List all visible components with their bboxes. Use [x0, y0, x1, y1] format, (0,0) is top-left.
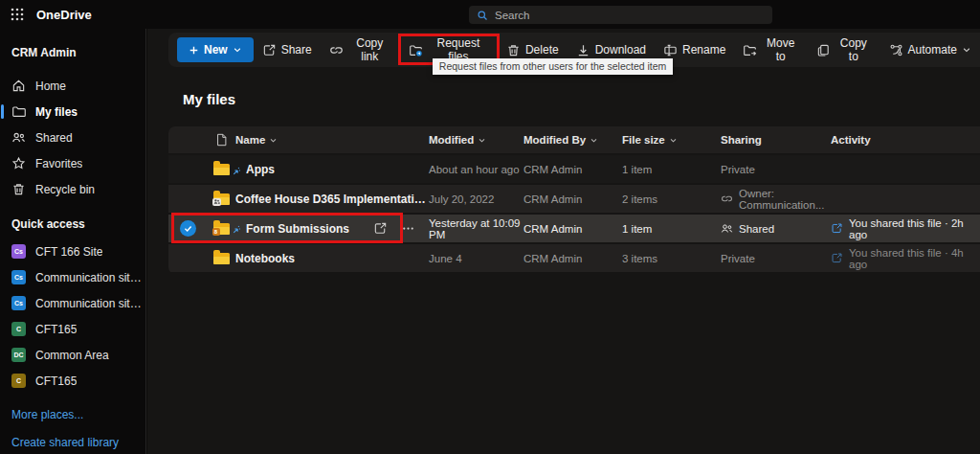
new-item-indicator-icon: [232, 225, 240, 234]
quick-access-label: Communication site - Opp...: [35, 297, 145, 310]
name-cell[interactable]: Notebooks: [235, 252, 429, 265]
site-badge-icon: Cs: [11, 296, 26, 310]
new-button-label: New: [204, 43, 228, 57]
selected-check-icon[interactable]: [180, 220, 196, 237]
toolbar-button-move-to[interactable]: Move to: [734, 33, 808, 67]
site-badge-icon: C: [11, 322, 26, 336]
sidebar-item-label: Recycle bin: [35, 183, 95, 196]
activity-text: You shared this file · 4h ago: [849, 247, 980, 270]
toolbar-button-copy-to[interactable]: Copy to: [808, 33, 880, 67]
column-header-activity: Activity: [831, 134, 980, 146]
file-size-cell: 1 item: [622, 223, 721, 235]
tooltip: Request files from other users for the s…: [433, 58, 674, 75]
table-row-form-submissions[interactable]: 8Form SubmissionsYesterday at 10:09 PMCR…: [168, 215, 980, 242]
sidebar-link-create-shared-library[interactable]: Create shared library: [11, 436, 119, 449]
sidebar-user-name: CRM Admin: [11, 46, 145, 59]
quick-access-item-cft165[interactable]: CCFT165: [0, 316, 145, 342]
share-icon: [262, 43, 277, 57]
sidebar-item-label: My files: [35, 105, 78, 119]
trash-icon: [11, 182, 26, 196]
download-icon: [576, 43, 590, 57]
file-name[interactable]: Notebooks: [235, 252, 295, 265]
plus-icon: [189, 45, 199, 56]
column-header-file-size[interactable]: File size: [622, 134, 721, 146]
sharing-cell: Owner: Communication...: [721, 188, 831, 211]
toolbar-button-label: Copy to: [835, 36, 871, 63]
request-icon: [409, 43, 423, 57]
quick-access-item-communication-site-opp[interactable]: CsCommunication site - Opp...: [0, 290, 145, 316]
column-header-label: File size: [622, 134, 665, 146]
column-header-name[interactable]: Name: [235, 134, 429, 146]
search-box[interactable]: [469, 6, 772, 24]
column-header-modified[interactable]: Modified: [429, 134, 523, 146]
command-bar: New ShareCopy linkRequest filesRequest f…: [168, 33, 980, 67]
toolbar-button-share[interactable]: Share: [254, 33, 321, 67]
column-header-label: Modified: [429, 134, 474, 146]
quick-access-item-cft-166-site[interactable]: CsCFT 166 Site: [0, 238, 145, 264]
sidebar-item-favorites[interactable]: Favorites: [0, 150, 145, 176]
site-badge-icon: Cs: [11, 244, 26, 259]
sidebar: CRM Admin HomeMy filesSharedFavoritesRec…: [0, 29, 146, 454]
table-row-apps[interactable]: AppsAbout an hour agoCRM Admin1 itemPriv…: [168, 155, 980, 183]
toolbar-button-label: Share: [281, 43, 312, 57]
column-header-modified-by[interactable]: Modified By: [523, 134, 622, 146]
folder-icon: [213, 253, 230, 264]
search-input[interactable]: [495, 10, 765, 21]
row-share-icon[interactable]: [373, 221, 388, 236]
name-cell[interactable]: Coffee House D365 Implementation_7E375..…: [235, 193, 429, 206]
sharing-cell: Private: [721, 164, 831, 175]
sharing-cell: Shared: [721, 222, 831, 235]
table-row-notebooks[interactable]: NotebooksJune 4CRM Admin3 itemsPrivateYo…: [168, 244, 980, 272]
sidebar-item-home[interactable]: Home: [0, 73, 145, 99]
chevron-down-icon: [669, 136, 678, 145]
sidebar-item-label: Shared: [35, 131, 73, 145]
table-row-coffee-house-d365-im[interactable]: Coffee House D365 Implementation_7E375..…: [168, 185, 980, 213]
chevron-down-icon: [962, 45, 971, 55]
row-icon-cell: [207, 193, 235, 205]
activity-cell: You shared this file · 2h ago: [831, 217, 980, 240]
home-icon: [11, 79, 26, 93]
rename-icon: [663, 43, 678, 57]
share-activity-icon: [831, 222, 843, 235]
file-name[interactable]: Form Submissions: [246, 222, 349, 236]
sidebar-link-more-places[interactable]: More places...: [11, 408, 83, 421]
folder-count-badge: 8: [212, 228, 220, 236]
quick-access-label: CFT 166 Site: [35, 245, 102, 259]
selected-indicator: [1, 104, 4, 119]
toolbar-button-label: Delete: [525, 43, 559, 57]
name-cell[interactable]: Form Submissions: [235, 221, 429, 236]
modified-cell: About an hour ago: [429, 164, 523, 175]
file-name[interactable]: Apps: [246, 163, 275, 176]
sidebar-item-recycle-bin[interactable]: Recycle bin: [0, 176, 145, 202]
name-cell[interactable]: Apps: [235, 163, 429, 176]
toolbar-button-label: Move to: [762, 36, 799, 63]
sharing-status: Owner: Communication...: [739, 188, 831, 211]
link-icon: [329, 43, 344, 57]
toolbar-button-automate[interactable]: Automate: [880, 33, 980, 67]
row-more-options-icon[interactable]: [401, 221, 415, 236]
column-header-sharing: Sharing: [721, 134, 831, 146]
file-name[interactable]: Coffee House D365 Implementation_7E375..…: [235, 193, 429, 206]
app-launcher-icon[interactable]: [10, 7, 25, 22]
modified-by-cell: CRM Admin: [523, 164, 622, 175]
row-selection-cell[interactable]: [168, 220, 207, 237]
shared-folder-badge-icon: [212, 198, 221, 206]
sidebar-item-shared[interactable]: Shared: [0, 125, 145, 150]
quick-access-label: CFT165: [35, 375, 77, 388]
move-icon: [743, 43, 757, 57]
sidebar-item-my-files[interactable]: My files: [0, 99, 145, 125]
site-badge-icon: Cs: [11, 270, 26, 284]
app-title[interactable]: OneDrive: [36, 8, 92, 22]
quick-access-label: Common Area: [35, 349, 109, 362]
modified-by-cell: CRM Admin: [523, 253, 622, 264]
quick-access-item-communication-site-quote[interactable]: CsCommunication site - Quote: [0, 264, 145, 290]
new-button[interactable]: New: [177, 37, 254, 62]
quick-access-item-common-area[interactable]: DCCommon Area: [0, 342, 145, 368]
site-badge-icon: C: [11, 374, 26, 388]
toolbar-button-copy-link[interactable]: Copy link: [321, 33, 400, 67]
page-title: My files: [183, 91, 235, 107]
site-badge-icon: DC: [11, 348, 26, 362]
sidebar-item-label: Favorites: [35, 157, 82, 170]
activity-cell: You shared this file · 4h ago: [831, 247, 980, 270]
quick-access-item-cft165[interactable]: CCFT165: [0, 368, 145, 394]
